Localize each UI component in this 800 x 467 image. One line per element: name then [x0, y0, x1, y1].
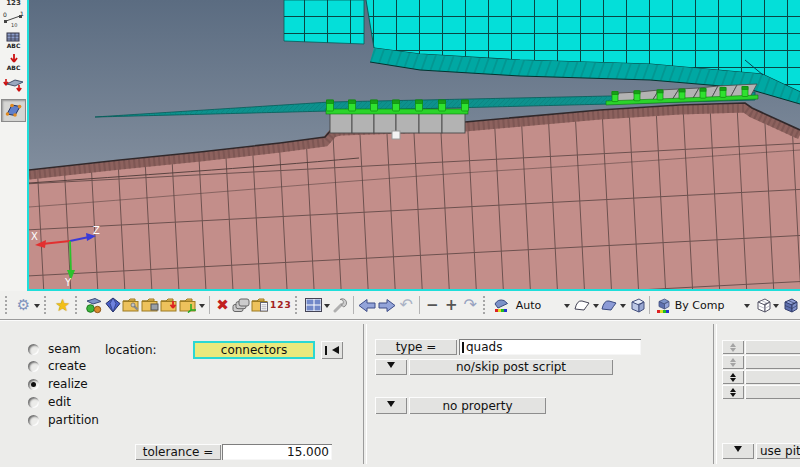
spinner-button-1[interactable] — [722, 340, 744, 354]
upper-mesh-left-panel — [284, 0, 364, 44]
zoom-in-icon[interactable]: + — [442, 293, 461, 317]
mode-row-realize: realize — [28, 377, 88, 391]
folder-card-editor-icon[interactable] — [251, 293, 270, 317]
spinner-button-4[interactable] — [722, 385, 744, 399]
post-script-dropdown-button[interactable] — [375, 359, 407, 375]
star-icon[interactable]: ★ — [53, 293, 72, 317]
chevron-down-icon[interactable] — [773, 304, 779, 311]
toolbar-drag-handle[interactable] — [295, 296, 301, 314]
radio-create-label: create — [48, 359, 86, 373]
type-input[interactable]: quads — [459, 339, 641, 355]
property-dropdown-button[interactable] — [375, 397, 407, 414]
left-icon-strip: 123 0 1 10 ABC ABC — [0, 0, 27, 291]
spinner-button-2[interactable] — [722, 355, 744, 369]
toolbar-drag-handle[interactable] — [44, 296, 50, 314]
shade-auto-dropdown[interactable]: Auto — [511, 294, 573, 316]
measure-angle-icon[interactable]: 0 1 10 — [2, 10, 25, 28]
panel-divider — [363, 324, 367, 464]
spinner-icon — [730, 370, 736, 385]
chevron-down-icon[interactable] — [199, 304, 205, 311]
pitch-dropdown-button[interactable] — [722, 443, 754, 459]
shaded-elements-cube-icon[interactable] — [780, 293, 799, 317]
radio-partition-label: partition — [48, 413, 99, 427]
spinner-icon — [730, 385, 736, 400]
delete-icon[interactable]: ✖ — [213, 293, 232, 317]
save-gem-icon[interactable] — [103, 293, 122, 317]
radio-edit[interactable] — [28, 397, 39, 408]
toolbar-drag-handle[interactable] — [75, 296, 81, 314]
use-pitch-button[interactable]: use pit — [756, 443, 800, 459]
panel-layout-icon[interactable] — [304, 293, 323, 317]
chevron-down-icon — [387, 401, 395, 411]
folder-import-arrow-icon[interactable] — [160, 293, 179, 317]
tolerance-button[interactable]: tolerance = — [135, 444, 221, 460]
folder-wrench-icon[interactable] — [122, 293, 141, 317]
zoom-out-icon[interactable]: − — [423, 293, 442, 317]
mode-row-create: create — [28, 359, 86, 373]
mode-row-partition: partition — [28, 413, 99, 427]
location-collector-button[interactable]: connectors — [193, 341, 315, 359]
toolbar-separator — [419, 296, 420, 314]
radio-realize[interactable] — [28, 379, 39, 390]
option-button-1[interactable]: me — [745, 340, 800, 354]
folder-geometry-axes-icon[interactable] — [179, 293, 198, 317]
radio-create[interactable] — [28, 361, 39, 372]
option-button-4[interactable] — [745, 385, 800, 399]
chevron-down-icon — [564, 304, 570, 311]
shading-mode-icon[interactable] — [492, 293, 511, 317]
graphics-viewport[interactable]: X Z Y — [27, 0, 800, 291]
color-by-comp-dropdown[interactable]: By Comp — [653, 294, 753, 316]
chevron-down-icon[interactable] — [593, 304, 599, 311]
switch-collector-button[interactable] — [321, 341, 343, 359]
location-label: location: — [105, 343, 157, 357]
folder-solver-box-icon[interactable] — [141, 293, 160, 317]
renumber-icon[interactable]: 123 — [270, 293, 292, 317]
type-value: quads — [466, 340, 502, 354]
tolerance-input[interactable]: 15.000 — [222, 444, 332, 460]
radio-realize-label: realize — [48, 377, 88, 391]
chevron-down-icon[interactable] — [620, 304, 626, 311]
type-button[interactable]: type = — [375, 339, 457, 355]
spinner-button-3[interactable] — [722, 370, 744, 384]
numbering-123-icon[interactable]: 123 — [6, 0, 21, 6]
chevron-down-icon[interactable] — [34, 304, 40, 311]
arrow-right-icon[interactable] — [377, 293, 397, 317]
toolbar-drag-handle[interactable] — [5, 296, 11, 314]
radio-seam[interactable] — [28, 344, 39, 355]
chevron-down-icon — [387, 362, 395, 372]
open-model-icon[interactable] — [84, 293, 103, 317]
gear-icon[interactable]: ⚙ — [14, 293, 33, 317]
axis-x-label: X — [31, 231, 38, 242]
surface-connector-active-icon[interactable] — [1, 99, 26, 122]
svg-text:10: 10 — [11, 22, 17, 28]
radio-edit-label: edit — [48, 395, 71, 409]
chevron-down-icon[interactable] — [324, 304, 330, 311]
solid-cube-icon[interactable] — [627, 293, 646, 317]
arrow-abc-icon[interactable]: ABC — [7, 53, 21, 71]
undo-icon[interactable]: ↶ — [397, 293, 416, 317]
wrench-icon[interactable] — [331, 293, 350, 317]
arrow-left-icon[interactable] — [357, 293, 377, 317]
plate-arrows-icon[interactable] — [3, 75, 25, 95]
option-button-3[interactable]: qu — [745, 370, 800, 384]
post-script-button[interactable]: no/skip post script — [409, 359, 613, 375]
option-button-2[interactable]: a — [745, 355, 800, 369]
chevron-down-icon — [744, 304, 750, 311]
shaded-geometry-icon[interactable] — [600, 293, 619, 317]
redo-icon[interactable]: ↷ — [461, 293, 480, 317]
connectors-panel: seam create realize edit partition locat… — [0, 320, 800, 467]
chevron-down-icon — [734, 446, 742, 456]
toolbar-drag-handle[interactable] — [483, 296, 489, 314]
selection-marker — [392, 131, 400, 139]
toolbar-separator — [649, 296, 650, 314]
radio-seam-label: seam — [48, 342, 81, 356]
toolbar-separator — [209, 296, 210, 314]
wireframe-geometry-icon[interactable] — [573, 293, 592, 317]
property-button[interactable]: no property — [409, 397, 546, 414]
radio-partition[interactable] — [28, 415, 39, 426]
color-mode-value: By Comp — [675, 299, 725, 312]
mode-row-edit: edit — [28, 395, 71, 409]
organize-layers-icon[interactable] — [232, 293, 251, 317]
mesh-abc-icon[interactable]: ABC — [6, 32, 21, 49]
wireframe-elements-cube-icon[interactable] — [753, 293, 772, 317]
